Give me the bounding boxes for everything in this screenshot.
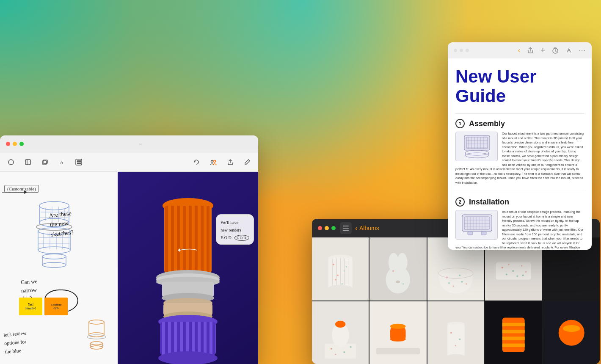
svg-point-121 [331,347,332,349]
svg-rect-139 [502,323,525,326]
svg-point-80 [342,283,343,284]
maximize-button[interactable] [19,142,24,146]
svg-point-95 [392,270,394,272]
svg-rect-149 [464,135,490,150]
svg-marker-68 [178,248,180,252]
window-controls [6,142,24,146]
layer-tool-button[interactable] [38,155,52,169]
svg-point-79 [335,279,336,281]
svg-point-114 [508,264,510,265]
doc-add-button[interactable]: + [540,46,545,55]
svg-point-104 [448,282,450,284]
installation-diagram [455,210,498,240]
sidebar-toggle-button[interactable] [340,222,352,234]
svg-point-12 [214,160,216,162]
photos-close-button[interactable] [318,226,322,230]
doc-back-button[interactable]: ‹ [518,47,520,54]
doc-titlebar: ‹ + ··· [448,42,592,58]
svg-rect-10 [79,163,81,164]
svg-text:A: A [60,159,64,165]
handwriting-review: let's reviewoptions forthe blue [3,329,28,356]
arrow-renders [178,246,199,256]
svg-point-123 [335,353,336,355]
media-tool-button[interactable] [72,155,85,169]
svg-point-136 [455,345,456,346]
assembly-body: Our faucet attachment is a two-part mech… [455,132,584,185]
photo-item[interactable] [312,301,369,364]
doc-dot-3 [466,49,469,52]
freeform-canvas: (Customizable) [0,172,258,364]
svg-rect-140 [502,330,525,333]
sticky-note-yes: Yes!Finally! [19,298,42,315]
sidebar-tool-button[interactable] [21,155,35,169]
doc-toolbar: ‹ + ··· [518,46,586,55]
svg-rect-177 [481,232,486,235]
svg-rect-126 [376,347,420,354]
photos-grid [312,237,600,364]
doc-window-dots [454,49,469,52]
svg-point-145 [562,325,580,331]
svg-point-122 [343,351,345,353]
svg-point-27 [38,247,70,254]
doc-section-assembly: 1 Assembly [455,119,584,185]
svg-point-111 [506,273,507,275]
svg-rect-52 [164,206,212,273]
svg-point-134 [450,332,452,334]
photo-item[interactable] [427,301,484,364]
svg-point-15 [39,201,69,210]
undo-button[interactable] [190,155,203,169]
minimize-button[interactable] [13,142,17,146]
share-button[interactable] [223,155,237,169]
doc-share-button[interactable] [527,47,534,54]
sticky-note-confirm: ConfirmQ/A [44,298,68,315]
svg-point-135 [459,338,460,340]
svg-rect-141 [502,336,525,340]
photo-item[interactable] [369,301,426,364]
albums-back-button[interactable]: ‹ Albums [355,224,379,233]
photo-item[interactable] [312,237,369,301]
photos-minimize-button[interactable] [325,226,329,230]
close-button[interactable] [6,142,10,146]
svg-point-103 [466,283,467,284]
assembly-title: Assembly [469,119,505,128]
svg-point-102 [459,274,460,276]
svg-rect-71 [343,230,349,231]
text-tool-button[interactable]: A [55,155,69,169]
svg-point-115 [522,274,524,276]
svg-point-37 [42,254,66,259]
arrow-annotation [2,190,28,195]
assembly-header: 1 Assembly [455,119,584,128]
freeform-titlebar: ··· [0,135,258,152]
svg-rect-69 [343,226,349,226]
svg-point-38 [42,262,66,267]
doc-section-installation: 2 Installation [455,197,584,250]
svg-marker-14 [24,190,28,194]
svg-point-109 [512,270,514,272]
photo-item[interactable] [543,301,600,364]
doc-more-button[interactable]: ··· [579,47,586,54]
document-window: ‹ + ··· New User Guide 1 Assembly [448,42,592,250]
photo-item[interactable] [369,237,426,301]
collab-button[interactable] [207,155,220,169]
svg-rect-176 [468,232,473,235]
doc-timer-button[interactable] [552,47,559,54]
doc-divider-2 [455,192,584,192]
svg-rect-164 [462,215,492,232]
edit-mode-button[interactable] [240,155,254,169]
doc-highlight-button[interactable] [565,47,572,54]
installation-title: Installation [469,198,509,207]
svg-point-94 [396,281,400,283]
assembly-number: 1 [455,119,465,128]
svg-point-0 [8,160,14,165]
svg-point-110 [521,265,522,267]
photos-window-controls [318,226,336,230]
photo-item[interactable] [485,301,542,364]
photos-maximize-button[interactable] [331,226,336,230]
installation-number: 2 [455,197,465,207]
assembly-diagram [455,132,498,161]
doc-divider-1 [455,113,584,114]
freeform-window: ··· A [0,135,258,364]
installation-body: As a result of our bespoke design proces… [455,210,584,250]
window-title: ··· [138,141,142,146]
shape-tool-button[interactable] [4,155,18,169]
